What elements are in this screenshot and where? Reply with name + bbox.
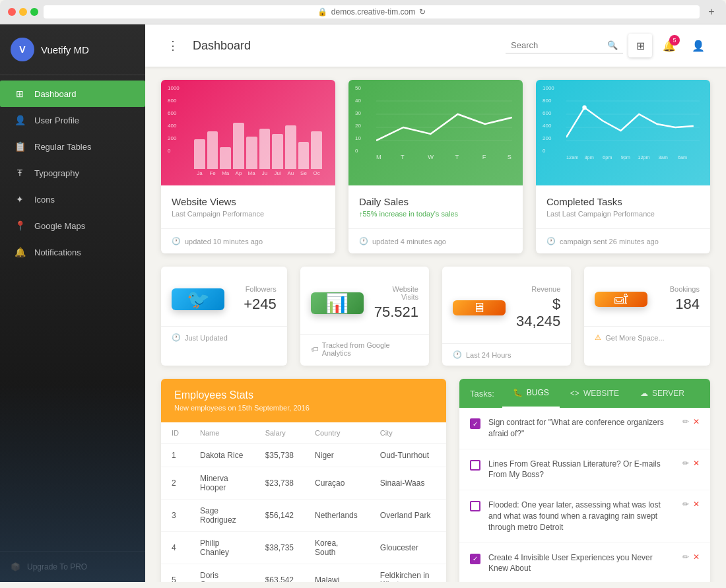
cell-country: Netherlands [304, 500, 370, 532]
sidebar-item-regular-tables[interactable]: 📋 Regular Tables [0, 133, 145, 160]
svg-text:6pm: 6pm [603, 154, 612, 160]
cell-country: Malawi [304, 564, 370, 583]
sidebar-item-google-maps[interactable]: 📍 Google Maps [0, 212, 145, 239]
task-text: Sign contract for "What are conference o… [488, 417, 675, 440]
task-actions: ✏ ✕ [682, 459, 700, 468]
chart-subtitle: ↑55% increase in today's sales [359, 210, 512, 218]
stat-value: +245 [235, 296, 277, 313]
stat-card-inner: 🛋 Bookings 184 ⚠ Get More Space... [584, 267, 710, 366]
tab-server[interactable]: ☁ SERVER [630, 379, 695, 407]
tab-website[interactable]: <> WEBSITE [560, 379, 630, 407]
task-edit-button[interactable]: ✏ [682, 500, 689, 509]
stat-top: 🖥 Revenue $ 34,245 [442, 267, 571, 343]
svg-text:12pm: 12pm [638, 154, 649, 160]
main-content: ⋮ Dashboard 🔍 ⊞ 🔔 5 👤 [145, 24, 726, 582]
sidebar-item-dashboard[interactable]: ⊞ Dashboard [0, 81, 145, 107]
stat-footer-text: Get More Space... [605, 334, 664, 342]
profile-button[interactable]: 👤 [686, 34, 710, 57]
svg-text:W: W [428, 154, 434, 160]
svg-text:12am: 12am [566, 154, 578, 160]
sidebar-item-icons[interactable]: ✦ Icons [0, 186, 145, 212]
sidebar-item-label: User Profile [34, 115, 79, 125]
sidebar-item-user-profile[interactable]: 👤 User Profile [0, 107, 145, 133]
task-checkbox[interactable] [470, 501, 480, 511]
cell-name: Dakota Rice [189, 444, 255, 467]
chart-footer: 🕐 campaign sent 26 minutes ago [536, 228, 710, 253]
search-input[interactable] [511, 40, 603, 50]
col-header-name: Name [189, 422, 255, 444]
task-item: Create 4 Invisible User Experiences you … [459, 543, 710, 582]
svg-text:F: F [482, 154, 486, 160]
sidebar-item-typography[interactable]: Ŧ Typography [0, 160, 145, 186]
bottom-row: Employees Stats New employees on 15th Se… [161, 379, 710, 582]
stat-label: Followers [235, 285, 277, 293]
stat-card-inner: 📊 Website Visits 75.521 🏷 Tracked from G… [300, 267, 429, 366]
sidebar-item-notifications[interactable]: 🔔 Notifications [0, 239, 145, 265]
twitter-stat-card: 🐦 Followers +245 🕐 Just Updated [161, 267, 287, 366]
chart-subtitle: Last Last Campaign Performance [546, 210, 700, 218]
cell-name: Philip Chanley [189, 532, 255, 564]
task-edit-button[interactable]: ✏ [682, 459, 689, 468]
task-edit-button[interactable]: ✏ [682, 417, 689, 426]
cell-salary: $23,738 [255, 467, 304, 500]
task-item: Sign contract for "What are conference o… [459, 408, 710, 449]
address-bar[interactable]: 🔒 demos.creative-tim.com ↻ [44, 5, 700, 18]
table-icon: 📋 [13, 141, 26, 152]
maximize-button[interactable] [30, 8, 38, 16]
refresh-icon[interactable]: ↻ [419, 7, 426, 16]
page-title: Dashboard [193, 39, 251, 53]
chart-body: Website Views Last Campaign Performance [161, 185, 335, 228]
stat-card-inner: 🖥 Revenue $ 34,245 🕐 Last 24 Hours [442, 267, 571, 366]
tasks-list: Sign contract for "What are conference o… [459, 408, 710, 582]
col-header-salary: Salary [255, 422, 304, 444]
task-delete-button[interactable]: ✕ [693, 500, 700, 509]
upgrade-button[interactable]: 📦 Upgrade To PRO [0, 551, 145, 582]
employees-subtitle: New employees on 15th September, 2016 [174, 404, 433, 412]
svg-text:M: M [376, 154, 381, 160]
stat-value: $ 34,245 [516, 296, 560, 330]
tab-label: BUGS [527, 388, 549, 397]
website-views-chart: 10008006004002000 [161, 80, 335, 185]
task-checkbox[interactable] [470, 418, 480, 429]
tab-bugs[interactable]: 🐛 BUGS [502, 379, 560, 408]
task-edit-button[interactable]: ✏ [682, 552, 689, 562]
notifications-button[interactable]: 🔔 5 [657, 34, 681, 57]
upgrade-label: Upgrade To PRO [27, 562, 87, 572]
task-item: Flooded: One year later, assessing what … [459, 490, 710, 542]
col-header-city: City [370, 422, 446, 444]
sidebar-item-label: Typography [34, 168, 79, 178]
svg-text:S: S [508, 154, 512, 160]
bar-chart [191, 110, 325, 169]
footer-text: updated 10 minutes ago [185, 238, 263, 245]
cell-name: Minerva Hooper [189, 467, 255, 500]
task-checkbox[interactable] [470, 460, 480, 471]
menu-button[interactable]: ⋮ [161, 34, 185, 57]
task-checkbox[interactable] [470, 554, 480, 564]
grid-view-button[interactable]: ⊞ [628, 34, 652, 57]
cell-city: Overland Park [370, 500, 446, 532]
cell-id: 3 [161, 500, 189, 532]
task-delete-button[interactable]: ✕ [693, 417, 700, 426]
chart-footer: 🕐 updated 4 minutes ago [348, 228, 523, 253]
tab-label: SERVER [652, 389, 684, 398]
tasks-card: Tasks: 🐛 BUGS <> WEBSITE ☁ SERVER [459, 379, 710, 582]
stat-footer-text: Just Updated [185, 334, 228, 342]
line-chart-svg: 12am 3pm 6pm 9pm 12pm 3am 6am [566, 88, 700, 160]
lock-icon: 🔒 [317, 7, 327, 16]
bar [272, 134, 283, 169]
close-button[interactable] [8, 8, 16, 16]
task-actions: ✏ ✕ [682, 500, 700, 509]
topbar: ⋮ Dashboard 🔍 ⊞ 🔔 5 👤 [145, 24, 726, 67]
task-delete-button[interactable]: ✕ [693, 552, 700, 562]
bar [233, 123, 244, 169]
website-visits-stat-card: 📊 Website Visits 75.521 🏷 Tracked from G… [300, 267, 429, 366]
cell-salary: $63,542 [255, 564, 304, 583]
task-delete-button[interactable]: ✕ [693, 459, 700, 468]
stat-top: 🐦 Followers +245 [161, 267, 287, 326]
stat-label: Bookings [658, 285, 700, 293]
minimize-button[interactable] [19, 8, 27, 16]
bar [246, 137, 257, 169]
search-icon[interactable]: 🔍 [607, 40, 618, 50]
col-header-country: Country [304, 422, 370, 444]
new-tab-button[interactable]: + [705, 5, 718, 18]
